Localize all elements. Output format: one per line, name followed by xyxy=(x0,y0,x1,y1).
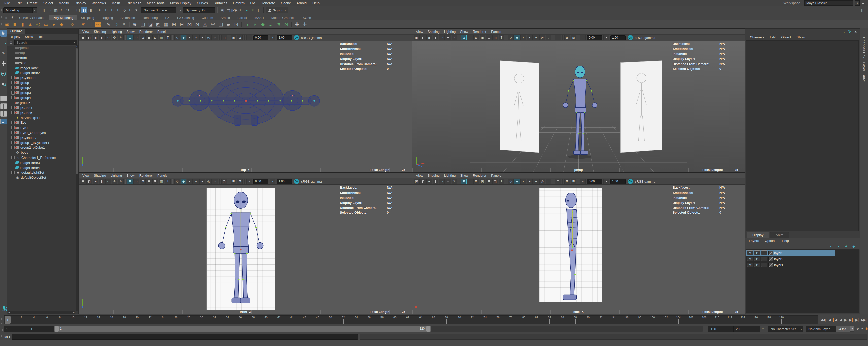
shelf-tab-bifrost[interactable]: Bifrost xyxy=(234,15,251,21)
nurbs-circle-icon[interactable]: ○ xyxy=(69,21,76,28)
viewport-top[interactable]: ViewShadingLightingShowRendererPanels ▣◧… xyxy=(79,28,412,172)
outliner-item-group1[interactable]: +group1 xyxy=(7,80,75,85)
outliner-horizontal-scrollbar[interactable]: ◀ ▶ xyxy=(7,311,75,314)
insert-edge-loop-icon[interactable]: ◫ xyxy=(217,21,224,28)
layer-playback-toggle[interactable]: P xyxy=(754,257,760,261)
lock-camera-icon[interactable]: ◧ xyxy=(86,35,92,40)
viewport-side[interactable]: ViewShadingLightingShowRendererPanels ▣◧… xyxy=(412,172,745,315)
range-start-handle[interactable] xyxy=(55,326,59,331)
layer-display-type-toggle[interactable] xyxy=(761,251,767,255)
viewport-menu-shading[interactable]: Shading xyxy=(92,173,108,178)
shaded-icon[interactable]: ◆ xyxy=(514,35,520,40)
safe-action-icon[interactable]: ◫ xyxy=(159,179,164,184)
image-plane-icon[interactable]: ▱ xyxy=(439,179,445,184)
go-to-end-button[interactable]: ▶▶| xyxy=(861,318,867,322)
poly-sphere-icon[interactable]: ◉ xyxy=(3,21,10,28)
resolution-gate-icon[interactable]: ⊡ xyxy=(140,179,146,184)
gamma-icon[interactable]: ◑ xyxy=(270,179,276,184)
menu-uv[interactable]: UV xyxy=(247,0,258,5)
colorspace-select[interactable]: sRGB gamma xyxy=(635,180,655,183)
layer-move-up-icon[interactable]: ▲ xyxy=(829,244,834,249)
bookmark-icon[interactable]: ▮ xyxy=(433,35,438,40)
scrollbar-thumb[interactable] xyxy=(76,48,78,174)
viewport-menu-panels[interactable]: Panels xyxy=(489,173,503,178)
save-scene-icon[interactable]: ▦ xyxy=(53,7,59,13)
viewport-front[interactable]: ViewShadingLightingShowRendererPanels ▣◧… xyxy=(79,172,412,315)
expand-toggle[interactable]: + xyxy=(11,121,14,124)
textured-icon[interactable]: ◐ xyxy=(521,179,526,184)
select-tool[interactable] xyxy=(0,30,7,36)
grid-icon[interactable]: ⊞ xyxy=(461,35,467,40)
ambient-occlusion-icon[interactable]: ◎ xyxy=(206,35,212,40)
isolate-select-icon[interactable]: ▢ xyxy=(555,179,561,184)
step-back-key-button[interactable]: ◀ xyxy=(833,318,837,322)
isolate-select-icon[interactable]: ▢ xyxy=(555,35,561,40)
layer-visible-toggle[interactable]: V xyxy=(747,251,753,255)
outliner-item-top[interactable]: top xyxy=(7,50,75,55)
layer-playback-toggle[interactable]: P xyxy=(754,263,760,267)
expand-toggle[interactable]: + xyxy=(11,136,14,139)
shelf-tab-poly-modeling[interactable]: Poly Modeling xyxy=(49,15,77,21)
exposure-icon[interactable]: ◒ xyxy=(246,179,252,184)
gate-mask-icon[interactable]: ▣ xyxy=(480,179,486,184)
gamma-icon[interactable]: ◑ xyxy=(603,179,609,184)
grab-tool-icon[interactable]: ≋ xyxy=(275,21,282,28)
outliner-search-arrow[interactable]: ▼ xyxy=(73,41,75,44)
layer-color-swatch[interactable] xyxy=(768,263,773,267)
expand-toggle[interactable]: + xyxy=(11,141,14,144)
xray-icon[interactable]: ⊠ xyxy=(231,179,237,184)
scroll-up-arrow[interactable]: ▲ xyxy=(75,46,78,48)
character-set-select[interactable]: No Character Set xyxy=(768,326,803,332)
viewport-menu-view[interactable]: View xyxy=(414,29,425,34)
resolution-gate-icon[interactable]: ⊡ xyxy=(473,35,479,40)
separator[interactable] xyxy=(73,7,73,13)
shelf-tab-sculpting[interactable]: Sculpting xyxy=(77,15,98,21)
safe-title-icon[interactable]: T xyxy=(165,35,171,40)
menu-display[interactable]: Display xyxy=(72,0,89,5)
layer-display-type-toggle[interactable] xyxy=(761,257,767,261)
viewport-menu-renderer[interactable]: Renderer xyxy=(471,29,489,34)
view-transform-toggle[interactable]: ON xyxy=(628,35,633,40)
separator[interactable] xyxy=(264,7,264,13)
paint-select-tool[interactable]: ✎ xyxy=(0,50,7,57)
layer-visible-toggle[interactable]: V xyxy=(747,263,753,267)
time-slider-track[interactable]: 1 24681012141618202224262830323436384042… xyxy=(4,315,818,324)
viewport-menu-renderer[interactable]: Renderer xyxy=(471,173,489,178)
lock-camera-icon[interactable]: ◧ xyxy=(86,179,92,184)
ambient-occlusion-icon[interactable]: ◎ xyxy=(539,35,545,40)
viewport-menu-shading[interactable]: Shading xyxy=(425,29,442,34)
view-transform-toggle[interactable]: ON xyxy=(628,179,633,184)
super-shape-icon[interactable]: ✶ xyxy=(80,21,87,28)
quad-draw-icon[interactable]: ◖ xyxy=(244,21,251,28)
safe-title-icon[interactable]: T xyxy=(165,179,171,184)
colorspace-select[interactable]: sRGB gamma xyxy=(301,36,322,39)
viewport-menu-lighting[interactable]: Lighting xyxy=(108,29,124,34)
all-lights-icon[interactable]: ✶ xyxy=(527,35,533,40)
shelf-tab-xgen[interactable]: XGen xyxy=(299,15,315,21)
menu-mesh-tools[interactable]: Mesh Tools xyxy=(144,0,167,5)
symmetry-field[interactable]: Symmetry: Off xyxy=(183,7,215,13)
gamma-field[interactable]: 1.00 xyxy=(277,179,292,184)
outliner-item-group1-pcylinder4[interactable]: +group1_pCylinder4 xyxy=(7,140,75,145)
current-frame-indicator[interactable]: 1 xyxy=(4,316,10,323)
channel-menu-channels[interactable]: Channels xyxy=(747,35,767,39)
menu-windows[interactable]: Windows xyxy=(89,0,109,5)
poly-plane-icon[interactable]: ▭ xyxy=(42,21,50,28)
channel-menu-object[interactable]: Object xyxy=(778,35,794,39)
outliner-filter-icon[interactable]: ⊡ xyxy=(8,40,13,45)
joints-xray-icon[interactable]: ⊡ xyxy=(237,35,243,40)
image-plane-icon[interactable]: ▱ xyxy=(105,179,111,184)
layer-row-layer3[interactable]: VPlayer3 xyxy=(746,250,835,256)
gate-mask-icon[interactable]: ▣ xyxy=(146,179,152,184)
shelf-tab-rigging[interactable]: Rigging xyxy=(98,15,117,21)
wireframe-icon[interactable]: ◇ xyxy=(508,179,514,184)
motion-blur-icon[interactable]: ◌ xyxy=(212,35,218,40)
exposure-icon[interactable]: ◒ xyxy=(580,179,586,184)
gamma-field[interactable]: 1.00 xyxy=(610,179,625,184)
expand-toggle[interactable]: + xyxy=(11,76,14,79)
xray-icon[interactable]: ⊠ xyxy=(564,35,570,40)
expand-toggle[interactable]: + xyxy=(11,91,14,94)
outliner-item-imageplane1[interactable]: imagePlane1 xyxy=(7,65,75,70)
image-plane-icon[interactable]: ▱ xyxy=(105,35,111,40)
wireframe-icon[interactable]: ◇ xyxy=(508,35,514,40)
